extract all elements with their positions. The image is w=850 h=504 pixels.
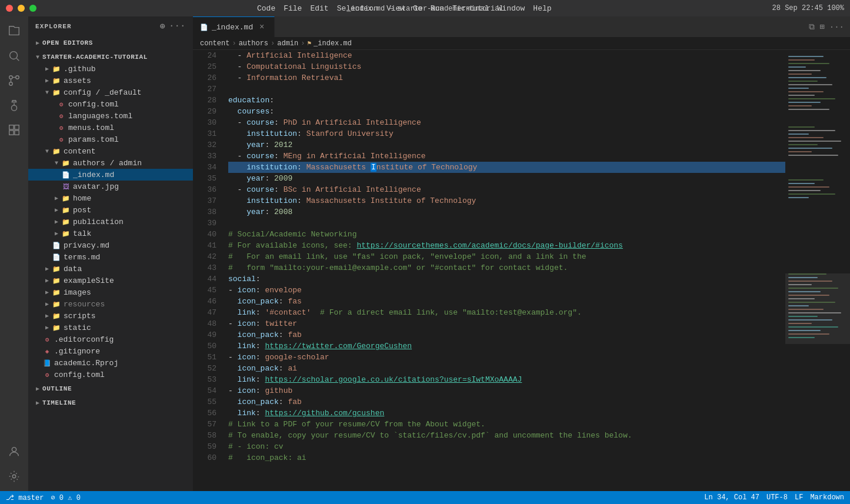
tree-label-params-toml: params.toml [68,135,119,144]
svg-rect-51 [788,288,838,289]
traffic-light-yellow[interactable] [18,5,25,12]
traffic-light-red[interactable] [6,5,13,12]
timeline-label: TIMELINE [42,399,76,406]
activity-bar-bottom [4,442,24,491]
menu-code[interactable]: Code [257,4,275,13]
timeline-header[interactable]: ▶ TIMELINE [28,397,193,409]
tree-item-data[interactable]: ▶ 📁 data [28,263,193,275]
status-line-ending[interactable]: LF [795,493,803,502]
tree-item-static[interactable]: ▶ 📁 static [28,322,193,333]
code-area[interactable]: - Artificial Intelligence - Computationa… [222,50,785,491]
breadcrumb-authors[interactable]: authors [239,39,268,48]
split-editor-icon[interactable]: ⧉ [809,22,815,32]
svg-rect-34 [788,133,809,135]
outline-header[interactable]: ▶ OUTLINE [28,383,193,395]
status-encoding[interactable]: UTF-8 [766,493,788,502]
svg-rect-56 [788,305,809,306]
more-actions-icon[interactable]: ··· [829,22,844,32]
traffic-light-green[interactable] [29,5,36,12]
tree-item-gitignore[interactable]: ◈ .gitignore [28,345,193,357]
code-line-31: institution: Stanford University [228,128,785,139]
breadcrumb-filename[interactable]: _index.md [314,39,352,48]
tree-item-config[interactable]: ▼ 📁 config / _default [28,86,193,98]
menu-help[interactable]: Help [533,4,551,13]
file-icon-avatar: 🖼 [61,182,71,191]
tree-item-content[interactable]: ▼ 📁 content [28,145,193,157]
tree-item-rproj[interactable]: 📘 academic.Rproj [28,357,193,369]
activity-icon-search[interactable] [4,46,24,66]
tree-item-params-toml[interactable]: ⚙ params.toml [28,133,193,145]
tree-item-resources[interactable]: ▶ 📁 resources [28,298,193,310]
tree-item-assets[interactable]: ▶ 📁 assets [28,75,193,86]
code-line-36: - course: BSc in Artificial Intelligence [228,184,785,195]
tree-label-data: data [64,265,82,273]
outline-label: OUTLINE [42,385,72,392]
svg-rect-59 [788,316,818,317]
project-section: ▼ STARTER-ACADEMIC-TUTORIAL ▶ 📁 .github … [28,50,193,382]
activity-icon-settings[interactable] [4,466,24,486]
status-language[interactable]: Markdown [810,493,844,502]
svg-rect-9 [15,125,19,129]
tree-item-github[interactable]: ▶ 📁 .github [28,63,193,75]
tree-item-index-md[interactable]: 📄 _index.md [28,169,193,181]
breadcrumb-sep-2: › [271,39,275,48]
tree-item-menus-toml[interactable]: ⚙ menus.toml [28,122,193,133]
svg-rect-29 [788,102,821,103]
status-branch[interactable]: ⎇ master [6,493,44,502]
chevron-static: ▶ [42,324,52,331]
activity-icon-source-control[interactable] [4,71,24,91]
open-editors-header[interactable]: ▶ OPEN EDITORS [28,37,193,49]
tree-item-publication[interactable]: ▶ 📁 publication [28,216,193,228]
editor-main: 24 25 26 27 28 29 30 31 32 33 34 35 36 3… [193,50,850,491]
breadcrumb-file-icon: ⚑ [307,39,311,47]
tree-label-config: config / _default [64,88,142,97]
menu-edit[interactable]: Edit [310,4,328,13]
tab-close-button[interactable]: × [256,22,267,32]
tree-item-avatar[interactable]: 🖼 avatar.jpg [28,181,193,192]
code-line-34: institution: Massachusetts Institute of … [228,162,785,173]
minimap [785,50,850,491]
sidebar-title: EXPLORER [35,23,72,30]
svg-rect-17 [788,59,815,61]
svg-rect-33 [788,130,835,131]
tab-index-md[interactable]: 📄 _index.md × [193,16,275,37]
tree-item-home[interactable]: ▶ 📁 home [28,192,193,204]
svg-point-13 [12,475,16,478]
tree-item-talk[interactable]: ▶ 📁 talk [28,228,193,239]
activity-icon-files[interactable] [4,21,24,41]
tree-label-languages-toml: languages.toml [68,112,132,121]
svg-rect-26 [788,91,824,92]
code-line-44: social: [228,273,785,285]
tree-label-privacy: privacy.md [64,241,109,250]
tree-item-config-toml[interactable]: ⚙ config.toml [28,98,193,110]
breadcrumb-content[interactable]: content [200,39,229,48]
svg-rect-60 [788,319,832,321]
code-line-38: year: 2008 [228,206,785,218]
code-line-50: link: https://twitter.com/GeorgeCushen [228,341,785,352]
layout-icon[interactable]: ⊞ [819,22,824,32]
sidebar-more-icon[interactable]: ··· [169,21,186,31]
tree-item-scripts[interactable]: ▶ 📁 scripts [28,310,193,322]
tree-item-languages-toml[interactable]: ⚙ languages.toml [28,110,193,122]
tree-item-images[interactable]: ▶ 📁 images [28,286,193,298]
tree-item-root-config[interactable]: ⚙ config.toml [28,369,193,380]
status-line-col[interactable]: Ln 34, Col 47 [704,493,759,502]
menu-file[interactable]: File [284,4,302,13]
status-errors[interactable]: ⊘ 0 ⚠ 0 [51,493,80,502]
activity-icon-account[interactable] [4,442,24,462]
chevron-scripts: ▶ [42,312,52,319]
svg-point-2 [9,76,13,79]
project-header[interactable]: ▼ STARTER-ACADEMIC-TUTORIAL [28,51,193,63]
activity-icon-debug[interactable] [4,95,24,115]
tree-item-examplesite[interactable]: ▶ 📁 exampleSite [28,275,193,286]
tree-item-authors-admin[interactable]: ▼ 📁 authors / admin [28,157,193,169]
activity-icon-extensions[interactable] [4,120,24,140]
breadcrumb-admin[interactable]: admin [277,39,298,48]
tree-item-post[interactable]: ▶ 📁 post [28,204,193,216]
tree-item-terms[interactable]: 📄 terms.md [28,251,193,263]
tree-item-privacy[interactable]: 📄 privacy.md [28,239,193,251]
svg-rect-46 [788,197,809,198]
chevron-content: ▼ [42,148,52,155]
sidebar-new-file-icon[interactable]: ⊕ [160,21,166,31]
tree-item-editorconfig[interactable]: ⚙ .editorconfig [28,333,193,345]
